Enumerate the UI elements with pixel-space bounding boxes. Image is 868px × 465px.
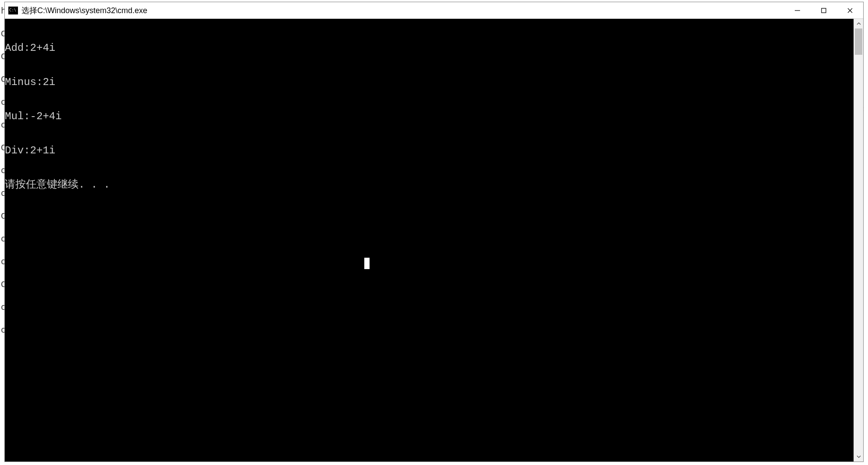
console-line: Add:2+4i [5, 43, 854, 54]
window-controls [784, 2, 863, 18]
text-cursor [364, 258, 370, 269]
vertical-scrollbar[interactable] [854, 19, 863, 461]
scroll-track[interactable] [854, 28, 863, 452]
maximize-icon [821, 7, 827, 14]
scroll-thumb[interactable] [855, 28, 862, 55]
window-title: 选择C:\Windows\system32\cmd.exe [21, 5, 147, 16]
console-line: Minus:2i [5, 77, 854, 88]
console-content[interactable]: Add:2+4i Minus:2i Mul:-2+4i Div:2+1i 请按任… [5, 19, 854, 461]
console-line: 请按任意键继续. . . [5, 179, 854, 191]
svg-rect-1 [822, 8, 826, 13]
scroll-down-button[interactable] [854, 452, 863, 461]
close-button[interactable] [837, 2, 863, 18]
chevron-up-icon [857, 21, 861, 26]
scroll-up-button[interactable] [854, 19, 863, 28]
console-line: Div:2+1i [5, 145, 854, 156]
cmd-window: 选择C:\Windows\system32\cmd.exe Add:2+4i M… [4, 2, 864, 462]
chevron-down-icon [857, 454, 861, 459]
console-area: Add:2+4i Minus:2i Mul:-2+4i Div:2+1i 请按任… [5, 19, 863, 461]
console-line: Mul:-2+4i [5, 111, 854, 122]
cmd-icon [8, 7, 18, 14]
titlebar[interactable]: 选择C:\Windows\system32\cmd.exe [5, 2, 863, 19]
minimize-icon [794, 7, 800, 14]
minimize-button[interactable] [784, 2, 811, 18]
maximize-button[interactable] [811, 2, 837, 18]
close-icon [847, 7, 853, 14]
